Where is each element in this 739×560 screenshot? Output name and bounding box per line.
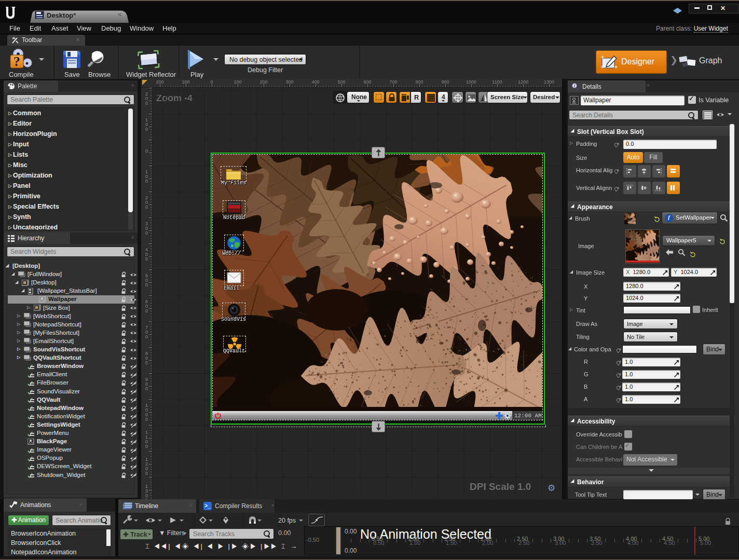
svg-text:?: ? — [13, 54, 20, 69]
